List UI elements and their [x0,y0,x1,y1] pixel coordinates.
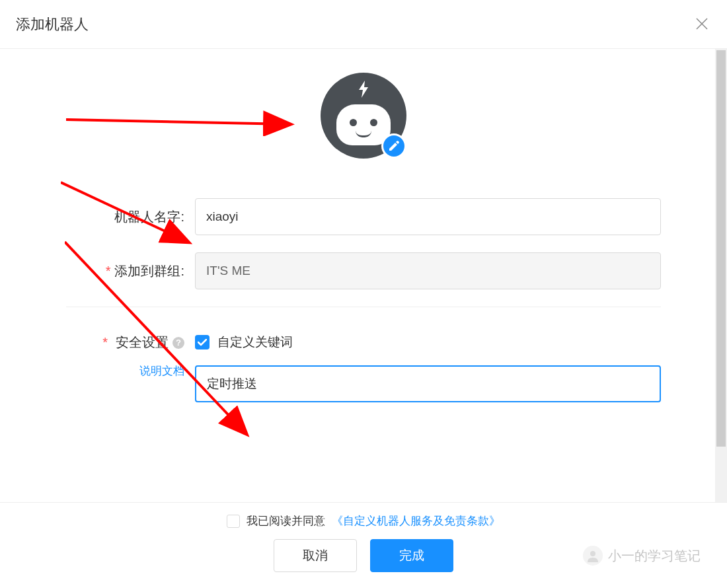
custom-keyword-checkbox[interactable] [195,335,210,349]
required-asterisk: * [102,335,108,350]
form-section: 机器人名字: *添加到群组: [0,198,727,289]
edit-avatar-button[interactable] [381,133,406,159]
keyword-input[interactable] [195,365,661,402]
dialog-header: 添加机器人 [0,0,727,49]
avatar-section [0,73,727,159]
custom-keyword-checkbox-row: 自定义关键词 [195,334,661,351]
antenna-bolt-icon [356,81,371,99]
robot-name-input[interactable] [195,198,661,235]
section-divider [66,307,661,307]
confirm-button[interactable]: 完成 [370,539,453,572]
watermark: 小一的学习笔记 [583,546,701,566]
agreement-row: 我已阅读并同意 《自定义机器人服务及免责条款》 [227,513,500,529]
agreement-link[interactable]: 《自定义机器人服务及免责条款》 [332,513,500,529]
scrollbar-thumb[interactable] [716,50,726,447]
agreement-text: 我已阅读并同意 [247,513,325,529]
add-to-group-row: *添加到群组: [66,252,661,289]
documentation-link[interactable]: 说明文档 [139,363,184,379]
dialog-title: 添加机器人 [16,15,89,34]
close-button[interactable] [693,13,711,36]
dialog-footer: 我已阅读并同意 《自定义机器人服务及免责条款》 取消 完成 [0,502,727,588]
button-row: 取消 完成 [274,539,453,572]
watermark-text: 小一的学习笔记 [608,547,701,565]
cancel-button[interactable]: 取消 [274,539,357,572]
custom-keyword-label: 自定义关键词 [217,334,293,351]
watermark-avatar-icon [583,546,603,566]
pencil-icon [388,140,400,152]
agreement-checkbox[interactable] [227,515,240,528]
required-asterisk: * [106,264,111,278]
close-icon [695,17,708,30]
security-label: * 安全设置 ? [66,334,184,351]
add-to-group-label: *添加到群组: [66,262,195,280]
svg-point-3 [590,551,595,556]
security-content: 自定义关键词 [195,334,661,402]
group-input[interactable] [195,252,661,289]
avatar-wrapper[interactable] [321,73,406,159]
robot-name-label: 机器人名字: [66,208,195,226]
security-label-column: * 安全设置 ? 说明文档 [66,334,195,402]
security-section: * 安全设置 ? 说明文档 自定义关键词 [0,334,727,402]
checkmark-icon [198,339,207,346]
robot-name-row: 机器人名字: [66,198,661,235]
dialog-body: 机器人名字: *添加到群组: * 安全设置 ? 说明文档 [0,49,727,513]
help-icon[interactable]: ? [172,337,184,349]
